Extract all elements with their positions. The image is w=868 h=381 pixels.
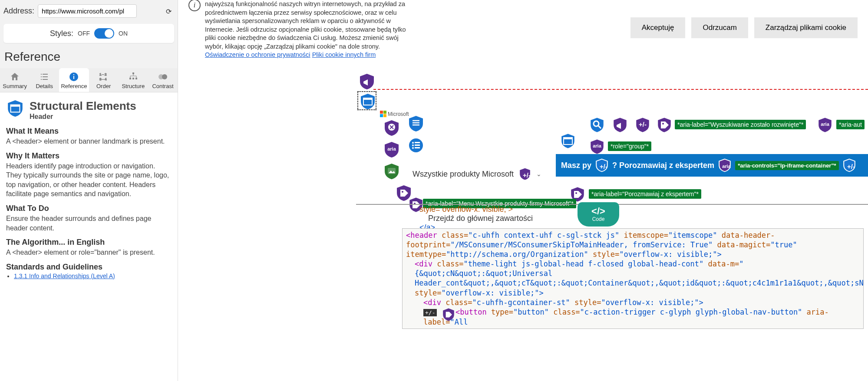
svg-text:3: 3	[99, 77, 102, 81]
svg-point-38	[575, 192, 577, 194]
svg-rect-9	[132, 78, 134, 79]
all-products-dropdown[interactable]: Wszystkie produkty Microsoft +/- ⌄	[413, 167, 541, 181]
svg-rect-1	[73, 76, 74, 79]
reload-icon[interactable]: ⟳	[166, 7, 172, 15]
svg-text:aria: aria	[821, 122, 829, 127]
svg-text:+/-: +/-	[639, 121, 647, 128]
plusminus-mini-badge[interactable]: +/-	[423, 309, 437, 316]
svg-rect-8	[129, 78, 131, 79]
svg-rect-2	[73, 74, 74, 75]
third-party-link[interactable]: Pliki cookie innych firm	[312, 51, 376, 58]
panel-subtitle: Header	[30, 113, 136, 121]
main-canvas: i najwyższą funkcjonalność naszych witry…	[178, 0, 868, 381]
header-shield-icon-selected	[359, 93, 375, 108]
what-to-do-heading: What To Do	[6, 204, 172, 213]
lines-shield-icon[interactable]	[407, 115, 425, 132]
search-shield-icon[interactable]	[588, 116, 606, 134]
algorithm-heading: The Algorithm... in English	[6, 238, 172, 247]
tag-shield-icon-2[interactable]	[656, 116, 673, 134]
megaphone-shield-icon-2[interactable]	[611, 116, 629, 134]
svg-text:+/-: +/-	[523, 171, 531, 179]
aria-label-search-pill: *aria-label="Wyszukiwanie zostało rozwin…	[675, 120, 806, 129]
svg-point-26	[412, 147, 414, 149]
tab-structure[interactable]: Structure	[119, 68, 148, 92]
why-it-matters-text: Headers identify page introduction or na…	[6, 161, 172, 199]
styles-toggle[interactable]	[94, 28, 114, 39]
standards-heading: Standards and Guidelines	[6, 263, 172, 272]
aria-shield-icon-4[interactable]: aria	[718, 158, 732, 172]
style-overflow-text: style= overflow-x: visible; >	[419, 205, 513, 214]
svg-rect-23	[415, 142, 420, 143]
styles-off-label: OFF	[78, 30, 90, 37]
what-it-means-heading: What It Means	[6, 127, 172, 136]
tab-summary[interactable]: Summary	[0, 68, 30, 92]
address-input[interactable]	[38, 4, 137, 18]
plusminus-shield-icon-4[interactable]: +/-	[518, 167, 532, 181]
svg-point-32	[662, 123, 664, 125]
order-icon: 1234	[99, 72, 109, 82]
plusminus-shield-icon[interactable]: +/-	[634, 116, 651, 134]
reject-button[interactable]: Odrzucam	[691, 17, 748, 38]
svg-rect-10	[135, 78, 137, 79]
privacy-link[interactable]: Oświadczenie o ochronie prywatności	[205, 51, 310, 58]
svg-rect-7	[132, 72, 134, 74]
tab-reference[interactable]: Reference	[59, 68, 89, 92]
svg-text:2: 2	[105, 72, 107, 76]
why-it-matters-heading: Why It Matters	[6, 151, 172, 161]
accept-button[interactable]: Akceptuję	[630, 17, 686, 38]
cookie-banner: i najwyższą funkcjonalność naszych witry…	[178, 0, 868, 64]
aria-shield-icon[interactable]: aria	[383, 141, 400, 158]
microsoft-logo[interactable]: Microsoft	[380, 111, 409, 117]
header-shield-icon-2[interactable]	[559, 132, 577, 150]
reference-heading: Reference	[0, 47, 178, 68]
svg-text:1: 1	[99, 72, 102, 76]
algorithm-text: A <header> element or role="banner" is p…	[6, 248, 172, 257]
plusminus-shield-icon-2[interactable]: +/-	[595, 158, 609, 172]
styles-on-label: ON	[119, 30, 128, 37]
image-shield-icon[interactable]	[383, 163, 400, 180]
expert-chat-bar[interactable]: Masz py +/- ? Porozmawiaj z ekspertem ar…	[556, 154, 868, 177]
styles-label: Styles:	[50, 29, 73, 38]
code-badge[interactable]: </> Code	[578, 202, 619, 227]
plusminus-shield-icon-3[interactable]: +/-	[842, 158, 856, 172]
panel-title: Structural Elements	[30, 99, 136, 113]
svg-rect-25	[415, 145, 420, 146]
dashed-divider	[373, 89, 868, 90]
svg-text:aria: aria	[593, 143, 601, 148]
tab-order[interactable]: 1234 Order	[89, 68, 119, 92]
what-to-do-text: Ensure the header surrounds and defines …	[6, 214, 172, 233]
aria-shield-icon-3[interactable]: aria	[588, 138, 606, 155]
svg-point-24	[412, 145, 414, 146]
reference-body: Structural Elements Header What It Means…	[0, 92, 178, 381]
contrast-icon	[158, 72, 168, 82]
skip-main-text: Przejdź do głównej zawartości	[428, 214, 533, 223]
svg-point-22	[412, 142, 414, 144]
list-shield-icon[interactable]	[407, 137, 425, 154]
svg-point-20	[402, 191, 403, 193]
code-panel[interactable]: <header class="c-uhfh context-uhf c-sgl-…	[402, 228, 864, 329]
tab-contrast[interactable]: Contrast	[148, 68, 178, 92]
megaphone-shield-icon[interactable]	[358, 73, 376, 90]
chevron-down-icon: ⌄	[536, 171, 541, 177]
svg-text:+/-: +/-	[847, 163, 855, 170]
address-label: Address:	[3, 7, 34, 16]
tab-details[interactable]: Details	[30, 68, 59, 92]
standards-link[interactable]: 1.3.1 Info and Relationships (Level A)	[14, 273, 115, 279]
selected-element-outline[interactable]	[357, 91, 376, 110]
svg-point-12	[162, 74, 167, 79]
what-it-means-text: A <header> element or banner landmark is…	[6, 137, 172, 146]
aria-controls-pill: *aria-controls="lp-iframe-container"*	[735, 161, 839, 170]
info-icon	[69, 72, 79, 82]
cookie-text: najwyższą funkcjonalność naszych witryn …	[205, 0, 414, 59]
svg-rect-27	[415, 147, 420, 148]
svg-text:4: 4	[105, 77, 107, 81]
close-shield-icon[interactable]	[383, 119, 400, 137]
svg-text:+/-: +/-	[600, 163, 607, 170]
manage-cookies-button[interactable]: Zarządzaj plikami cookie	[754, 17, 858, 38]
aria-expert-pill: *aria-label="Porozmawiaj z ekspertem"*	[589, 189, 701, 199]
sidebar-tabs: Summary Details Reference 1234 Order Str…	[0, 68, 178, 92]
aria-shield-icon-2[interactable]: aria	[816, 116, 834, 134]
list-icon	[39, 72, 50, 82]
sidebar: Address: ⟳ Styles: OFF ON Reference Summ…	[0, 0, 178, 381]
header-shield-icon	[6, 99, 24, 118]
